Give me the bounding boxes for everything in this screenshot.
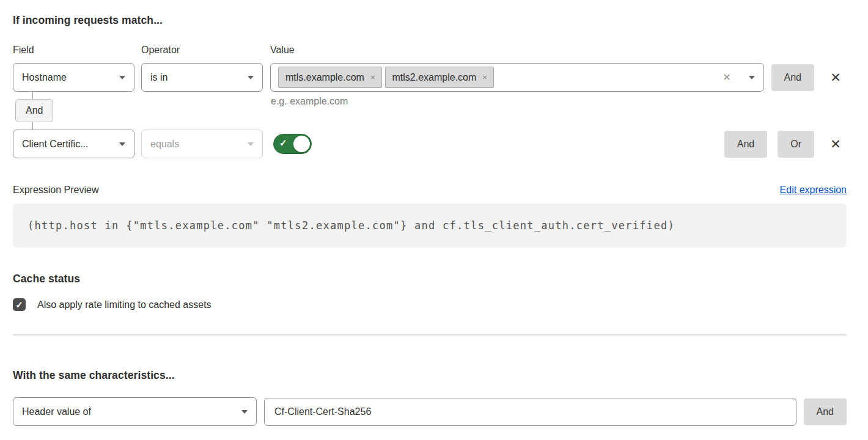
clear-all-icon[interactable]: ✕	[723, 73, 730, 82]
value-column-label: Value	[270, 45, 847, 56]
edit-expression-link[interactable]: Edit expression	[780, 185, 847, 196]
value-tag: mtls.example.com ×	[278, 67, 382, 88]
chevron-down-icon	[248, 76, 254, 79]
value-box-icons: ✕	[723, 73, 754, 82]
toggle-check-icon: ✓	[279, 138, 287, 148]
cache-status-title: Cache status	[13, 273, 847, 285]
row-connector-area: And e.g. example.com	[13, 92, 847, 130]
field-column-label: Field	[13, 45, 141, 56]
characteristics-title: With the same characteristics...	[13, 369, 847, 382]
cached-assets-checkbox-label: Also apply rate limiting to cached asset…	[37, 299, 211, 310]
expression-preview-header: Expression Preview Edit expression	[13, 185, 847, 196]
field-select-2[interactable]: Client Certific...	[13, 130, 134, 158]
value-helper-text: e.g. example.com	[271, 96, 348, 107]
delete-row-icon-1[interactable]: ✕	[828, 71, 843, 84]
value-tag: mtls2.example.com ×	[385, 67, 494, 88]
expression-code-block: (http.host in {"mtls.example.com" "mtls2…	[13, 204, 847, 248]
chevron-down-icon	[241, 410, 248, 414]
chevron-down-icon[interactable]	[749, 76, 755, 79]
cert-verified-toggle[interactable]: ✓	[273, 134, 312, 154]
field-select-1[interactable]: Hostname	[13, 63, 134, 92]
expression-preview-label: Expression Preview	[13, 185, 99, 196]
add-and-condition-button-2[interactable]: And	[724, 131, 767, 158]
characteristic-select[interactable]: Header value of	[13, 397, 257, 426]
condition-row-1: Hostname is in mtls.example.com × mtls2.…	[13, 63, 847, 92]
operator-select-2-value: equals	[150, 139, 241, 150]
rule-builder: If incoming requests match... Field Oper…	[0, 0, 847, 426]
add-or-condition-button-2[interactable]: Or	[778, 131, 814, 158]
value-tag-label: mtls2.example.com	[392, 72, 477, 83]
operator-select-2: equals	[141, 130, 263, 158]
tag-remove-icon[interactable]: ×	[482, 73, 487, 81]
field-select-2-value: Client Certific...	[22, 139, 113, 150]
value-tag-label: mtls.example.com	[285, 72, 364, 83]
operator-select-1-value: is in	[150, 72, 241, 83]
cached-assets-checkbox[interactable]: ✓	[13, 298, 26, 311]
delete-row-icon-2[interactable]: ✕	[828, 138, 843, 150]
match-section-title: If incoming requests match...	[13, 14, 847, 27]
chevron-down-icon	[248, 142, 254, 146]
section-divider	[13, 334, 847, 336]
add-and-condition-button-1[interactable]: And	[771, 64, 814, 91]
operator-column-label: Operator	[141, 45, 270, 56]
operator-select-1[interactable]: is in	[141, 63, 263, 92]
add-characteristic-button[interactable]: And	[804, 398, 847, 425]
header-name-input[interactable]	[264, 398, 796, 426]
column-labels: Field Operator Value	[13, 45, 847, 56]
tag-remove-icon[interactable]: ×	[370, 73, 375, 81]
toggle-knob	[293, 136, 310, 152]
characteristics-row: Header value of And	[13, 397, 847, 426]
cache-checkbox-row: ✓ Also apply rate limiting to cached ass…	[13, 298, 847, 311]
connector-and-button[interactable]: And	[15, 99, 53, 122]
chevron-down-icon	[119, 76, 125, 79]
field-select-1-value: Hostname	[22, 72, 113, 83]
value-multiselect-1[interactable]: mtls.example.com × mtls2.example.com × ✕	[270, 63, 764, 92]
characteristic-select-value: Header value of	[22, 406, 235, 417]
condition-row-2: Client Certific... equals ✓ And Or ✕	[13, 130, 847, 158]
chevron-down-icon	[119, 142, 125, 146]
